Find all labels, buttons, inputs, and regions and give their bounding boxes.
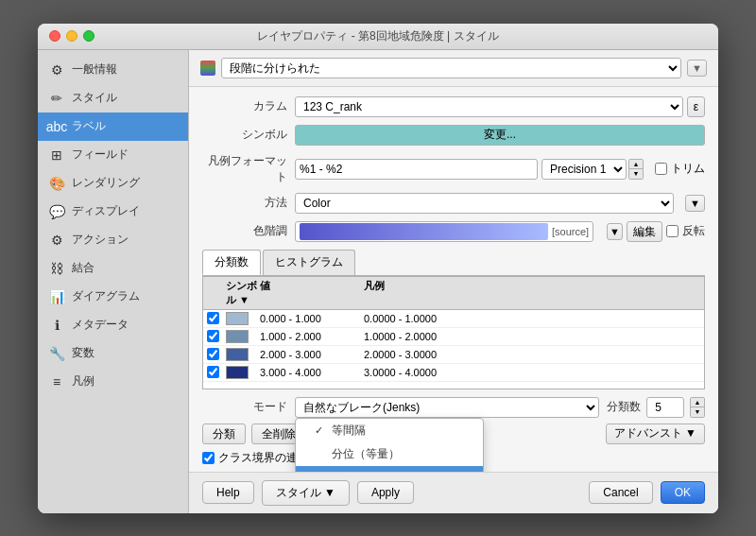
tab-histogram[interactable]: ヒストグラム [263,250,355,275]
sym-box-3 [226,348,249,361]
invert-checkbox[interactable] [666,225,679,237]
spin-down-btn[interactable]: ▼ [629,169,643,179]
mode-dropdown[interactable]: ✓ 等間隔 分位（等量） 自然なブレーク(Jenks) [295,418,484,472]
sidebar-item-variables-label: 変数 [72,345,94,361]
invert-label: 反転 [682,223,705,239]
classes-input[interactable]: 5 [646,397,684,418]
column-select[interactable]: 123 C_rank [295,96,683,117]
mode-option-equal[interactable]: ✓ 等間隔 [296,419,483,442]
method-label: 方法 [202,195,287,211]
classes-spinner[interactable]: ▲ ▼ [690,397,705,418]
classes-spin-down[interactable]: ▼ [691,407,704,417]
apply-btn[interactable]: Apply [357,481,414,504]
cancel-btn[interactable]: Cancel [589,481,652,504]
sidebar: ⚙ 一般情報 ✏ スタイル abc ラベル ⊞ フィールド 🎨 レンダリング 💬 [38,50,189,513]
sidebar-item-display-label: ディスプレイ [72,203,140,219]
symbol-change-btn[interactable]: 変更... [478,125,522,146]
color-ramp-row: 色階調 [source] ▼ 編集 反転 [202,221,705,242]
row-val-2: 1.000 - 2.000 [260,331,364,342]
sidebar-item-general[interactable]: ⚙ 一般情報 [38,56,188,84]
color-ramp-dropdown-btn[interactable]: ▼ [607,223,623,240]
layer-type-dropdown-btn[interactable]: ▼ [687,60,707,77]
row-val-4: 3.000 - 4.000 [260,367,364,378]
sidebar-item-style[interactable]: ✏ スタイル [38,84,188,112]
classify-btn[interactable]: 分類 [202,424,246,444]
classes-spin-up[interactable]: ▲ [691,398,704,408]
table-row: 0.000 - 1.000 0.0000 - 1.0000 [203,310,704,328]
sidebar-item-joins[interactable]: ⛓ 結合 [38,254,188,283]
color-ramp-preview [300,223,548,240]
minimize-button[interactable] [66,30,77,42]
diagrams-icon: 📊 [47,287,66,306]
method-select[interactable]: Color [295,193,674,214]
sidebar-item-variables[interactable]: 🔧 変数 [38,339,188,368]
graduated-icon [200,61,215,76]
column-label: カラム [202,98,287,114]
color-ramp-source: [source] [552,226,593,237]
ok-btn[interactable]: OK [661,481,705,504]
main-layout: ⚙ 一般情報 ✏ スタイル abc ラベル ⊞ フィールド 🎨 レンダリング 💬 [38,50,718,513]
precision-select[interactable]: Precision 1 [541,159,627,180]
class-table: シンボル ▼ 値 凡例 0.000 - 1.000 0.0000 - 1.000… [202,276,705,389]
mode-select[interactable]: 自然なブレーク(Jenks) [295,397,599,418]
color-ramp-wrapper[interactable]: [source] [295,221,593,242]
precision-group: Precision 1 ▲ ▼ [541,159,644,180]
close-button[interactable] [49,30,60,42]
label-icon: abc [47,117,66,136]
sidebar-item-fields[interactable]: ⊞ フィールド [38,141,188,169]
sidebar-item-actions[interactable]: ⚙ アクション [38,226,188,254]
expression-button[interactable]: ε [687,96,705,117]
spin-up-btn[interactable]: ▲ [629,160,643,170]
actions-icon: ⚙ [47,231,66,250]
row-check-1[interactable] [207,312,219,324]
mode-option-quantile[interactable]: 分位（等量） [296,442,483,466]
maximize-button[interactable] [83,30,94,42]
precision-spinner[interactable]: ▲ ▼ [628,159,644,180]
sidebar-item-fields-label: フィールド [72,147,129,163]
sidebar-item-rendering[interactable]: 🎨 レンダリング [38,169,188,198]
sym-box-1 [226,312,249,325]
sidebar-item-style-label: スタイル [72,90,117,106]
advanced-btn[interactable]: アドバンスト ▼ [606,424,705,444]
content-area: 段階に分けられた ▼ カラム 123 C_rank ε [189,50,718,513]
class-boundary-checkbox[interactable] [202,452,215,464]
legend-format-input[interactable]: %1 - %2 [295,159,538,180]
mode-label: モード [202,399,287,415]
sidebar-item-metadata-label: メタデータ [72,317,129,333]
help-btn[interactable]: Help [202,481,254,504]
sidebar-item-display[interactable]: 💬 ディスプレイ [38,198,188,226]
main-window: レイヤプロパティ - 第8回地域危険度 | スタイル ⚙ 一般情報 ✏ スタイル… [38,24,718,513]
footer-buttons: Help スタイル ▼ Apply Cancel OK [189,472,718,513]
trim-checkbox[interactable] [655,163,667,175]
row-check-3[interactable] [207,348,219,360]
sidebar-item-legend-label: 凡例 [72,373,94,389]
row-check-4[interactable] [207,366,219,378]
sidebar-item-legend[interactable]: ≡ 凡例 [38,368,188,396]
sym-box-4 [226,366,249,379]
content-header: 段階に分けられた ▼ [189,50,718,87]
style-btn[interactable]: スタイル ▼ [262,480,350,506]
mode-option-jenks[interactable]: 自然なブレーク(Jenks) [296,466,483,472]
edit-color-ramp-btn[interactable]: 編集 [627,221,662,242]
legend-icon: ≡ [47,372,66,391]
table-header: シンボル ▼ 値 凡例 [203,277,704,310]
row-legend-4: 3.0000 - 4.0000 [364,367,700,378]
method-row: 方法 Color ▼ [202,193,705,214]
display-icon: 💬 [47,202,66,221]
invert-group: 反転 [666,223,705,239]
table-row: 2.000 - 3.000 2.0000 - 3.0000 [203,346,704,364]
method-dropdown-btn[interactable]: ▼ [685,195,705,212]
sidebar-item-diagrams-label: ダイアグラム [72,288,140,304]
legend-format-row: 凡例フォーマット %1 - %2 Precision 1 ▲ ▼ [202,153,705,185]
sidebar-item-diagrams[interactable]: 📊 ダイアグラム [38,283,188,311]
layer-type-select[interactable]: 段階に分けられた [221,58,681,78]
col-legend-header: 凡例 [364,279,700,307]
row-check-2[interactable] [207,330,219,342]
sidebar-item-joins-label: 結合 [72,260,94,276]
tab-classify[interactable]: 分類数 [202,250,261,275]
sidebar-item-metadata[interactable]: ℹ メタデータ [38,311,188,339]
symbol-preview[interactable]: 変更... [295,125,705,146]
table-row: 1.000 - 2.000 1.0000 - 2.0000 [203,328,704,346]
sidebar-item-label[interactable]: abc ラベル [38,112,188,141]
legend-format-label: 凡例フォーマット [202,153,287,185]
